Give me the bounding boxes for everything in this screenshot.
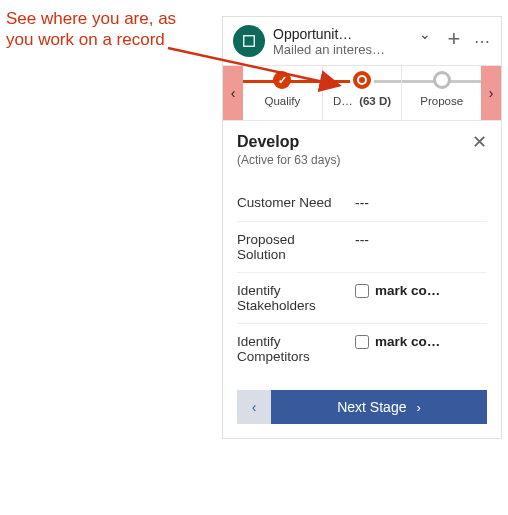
record-header: Opportunit… ⌄ Mailed an interes… + ⋯ bbox=[223, 17, 501, 65]
record-title[interactable]: Opportunit… bbox=[273, 26, 413, 42]
stage-node-done bbox=[273, 71, 291, 89]
stage-flyout: Develop (Active for 63 days) ✕ Customer … bbox=[223, 120, 501, 438]
field-proposed-solution: Proposed Solution --- bbox=[237, 222, 487, 273]
record-card: Opportunit… ⌄ Mailed an interes… + ⋯ ‹ Q… bbox=[222, 16, 502, 439]
checkbox-label: mark co… bbox=[375, 334, 440, 349]
stage-label: D… (63 D) bbox=[329, 95, 395, 107]
field-identify-stakeholders: Identify Stakeholders mark co… bbox=[237, 273, 487, 324]
checkbox-mark-complete[interactable]: mark co… bbox=[355, 334, 487, 349]
chevron-left-icon: ‹ bbox=[252, 399, 257, 415]
plus-icon: + bbox=[448, 28, 461, 50]
previous-stage-button[interactable]: ‹ bbox=[237, 390, 271, 424]
process-scroll-left[interactable]: ‹ bbox=[223, 66, 243, 120]
flyout-fields: Customer Need --- Proposed Solution --- … bbox=[237, 185, 487, 374]
stage-propose[interactable]: Propose bbox=[402, 66, 481, 120]
close-icon[interactable]: ✕ bbox=[472, 133, 487, 151]
chevron-right-icon: › bbox=[416, 400, 420, 415]
callout-annotation: See where you are, as you work on a reco… bbox=[6, 8, 206, 51]
process-bar: ‹ Qualify D… (63 D) Pro bbox=[223, 65, 501, 120]
next-stage-button[interactable]: Next Stage › bbox=[271, 390, 487, 424]
checkbox-mark-complete[interactable]: mark co… bbox=[355, 283, 487, 298]
flyout-title: Develop bbox=[237, 133, 340, 151]
stage-develop[interactable]: D… (63 D) bbox=[323, 66, 403, 120]
process-scroll-right[interactable]: › bbox=[481, 66, 501, 120]
stage-node-future bbox=[433, 71, 451, 89]
record-subtitle: Mailed an interes… bbox=[273, 42, 431, 57]
field-customer-need: Customer Need --- bbox=[237, 185, 487, 222]
checkbox-input[interactable] bbox=[355, 335, 369, 349]
more-icon: ⋯ bbox=[474, 32, 491, 51]
add-button[interactable]: + bbox=[443, 30, 465, 52]
field-label: Proposed Solution bbox=[237, 232, 347, 262]
field-value[interactable]: --- bbox=[355, 195, 487, 211]
stage-node-current bbox=[353, 71, 371, 89]
stage-qualify[interactable]: Qualify bbox=[243, 66, 323, 120]
field-label: Identify Stakeholders bbox=[237, 283, 347, 313]
entity-icon bbox=[233, 25, 265, 57]
more-button[interactable]: ⋯ bbox=[471, 30, 493, 52]
chevron-down-icon[interactable]: ⌄ bbox=[419, 26, 431, 42]
field-identify-competitors: Identify Competitors mark co… bbox=[237, 324, 487, 374]
next-stage-label: Next Stage bbox=[337, 399, 406, 415]
checkbox-label: mark co… bbox=[375, 283, 440, 298]
field-value[interactable]: --- bbox=[355, 232, 487, 248]
stage-label: Propose bbox=[416, 95, 467, 107]
field-label: Identify Competitors bbox=[237, 334, 347, 364]
flyout-subtitle: (Active for 63 days) bbox=[237, 153, 340, 167]
field-label: Customer Need bbox=[237, 195, 347, 210]
stage-label: Qualify bbox=[260, 95, 304, 107]
checkbox-input[interactable] bbox=[355, 284, 369, 298]
svg-rect-2 bbox=[244, 36, 255, 47]
